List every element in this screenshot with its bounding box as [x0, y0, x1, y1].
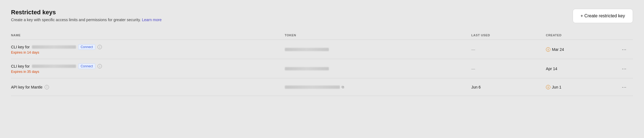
info-icon[interactable]: i: [98, 45, 102, 49]
key-name: CLI key for: [11, 45, 30, 49]
col-header-name: NAME: [11, 31, 285, 40]
page-title: Restricted keys: [11, 9, 162, 16]
last-used-dash: —: [471, 67, 475, 71]
svg-text:i: i: [548, 48, 548, 51]
token-row: ⧉: [285, 85, 467, 89]
create-restricted-key-button[interactable]: + Create restricted key: [573, 9, 633, 23]
last-used-cell: Jun 6: [471, 78, 546, 96]
name-cell: API key for Mantle i: [11, 85, 280, 89]
connect-badge: Connect: [78, 44, 96, 50]
last-used-cell: —: [471, 59, 546, 78]
col-header-token: TOKEN: [285, 31, 471, 40]
created-date: Apr 14: [546, 67, 557, 71]
svg-text:i: i: [548, 86, 548, 89]
more-actions-button[interactable]: ···: [619, 83, 629, 91]
token-row: [285, 67, 467, 70]
header-row: Restricted keys Create a key with specif…: [11, 9, 633, 23]
name-cell: CLI key for ConnectiExpires in 14 days: [11, 44, 280, 54]
restricted-keys-table: NAME TOKEN LAST USED CREATED CLI key for…: [11, 31, 633, 96]
blurred-name: [32, 45, 76, 49]
name-row: CLI key for Connecti: [11, 44, 280, 50]
expires-text: Expires in 35 days: [11, 70, 280, 74]
more-actions-button[interactable]: ···: [619, 45, 629, 54]
info-icon[interactable]: i: [98, 64, 102, 68]
col-header-created: CREATED: [546, 31, 608, 40]
more-actions-button[interactable]: ···: [619, 64, 629, 73]
expires-text: Expires in 14 days: [11, 51, 280, 54]
restricted-keys-section: Restricted keys Create a key with specif…: [0, 0, 644, 138]
warning-icon: i: [546, 85, 550, 89]
table-row: API key for Mantle i⧉Jun 6iJun 1···: [11, 78, 633, 96]
info-icon[interactable]: i: [45, 85, 49, 89]
header-description: Create a key with specific access limits…: [11, 18, 162, 22]
table-header-row: NAME TOKEN LAST USED CREATED: [11, 31, 633, 40]
warning-icon: i: [546, 47, 550, 52]
copy-token-icon[interactable]: ⧉: [342, 85, 344, 89]
name-row: CLI key for Connecti: [11, 64, 280, 69]
blurred-token: [285, 85, 340, 89]
token-row: [285, 48, 467, 51]
connect-badge: Connect: [78, 64, 96, 69]
name-row: API key for Mantle i: [11, 85, 280, 89]
name-cell: CLI key for ConnectiExpires in 35 days: [11, 64, 280, 74]
col-header-lastused: LAST USED: [471, 31, 546, 40]
learn-more-link[interactable]: Learn more: [142, 18, 162, 22]
last-used-cell: —: [471, 40, 546, 59]
key-name: API key for Mantle: [11, 85, 42, 89]
col-header-actions: [608, 31, 633, 40]
key-name: CLI key for: [11, 64, 30, 68]
blurred-token: [285, 48, 329, 51]
table-row: CLI key for ConnectiExpires in 35 days—A…: [11, 59, 633, 78]
created-row: iJun 1: [546, 85, 604, 89]
blurred-name: [32, 65, 76, 68]
created-row: Apr 14: [546, 67, 604, 71]
table-row: CLI key for ConnectiExpires in 14 days—i…: [11, 40, 633, 59]
blurred-token: [285, 67, 329, 70]
created-row: iMar 24: [546, 47, 604, 52]
header-left: Restricted keys Create a key with specif…: [11, 9, 162, 22]
created-date: Mar 24: [552, 47, 564, 52]
created-date: Jun 1: [552, 85, 561, 89]
last-used-dash: —: [471, 47, 475, 52]
